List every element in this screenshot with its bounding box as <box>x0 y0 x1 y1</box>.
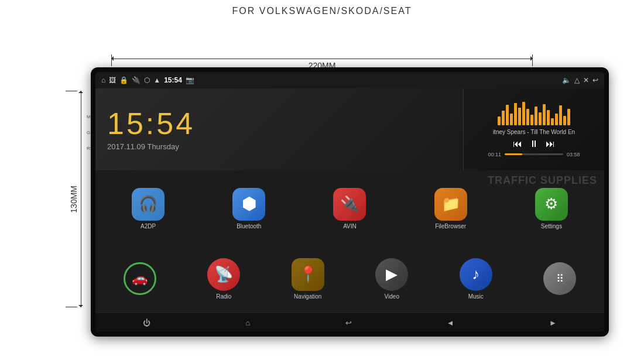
bluetooth-status-icon: ⬡ <box>144 76 150 84</box>
camera-icon: 📷 <box>186 76 194 84</box>
a2dp-icon: 🎧 <box>132 188 165 221</box>
page-title: FOR VOLKSWAGEN/SKODA/SEAT <box>0 0 644 16</box>
bar-5 <box>514 103 517 125</box>
play-pause-button[interactable]: ⏸ <box>529 139 539 149</box>
app-grid: 🎧 A2DP ⬢ Bluetooth 🔌 AVIN 📁 FileBrowser <box>95 170 604 313</box>
usb-icon: 🔌 <box>132 76 141 84</box>
music-icon: ♪ <box>460 258 492 291</box>
radio-label: Radio <box>216 293 231 300</box>
back-icon[interactable]: ↩ <box>345 318 352 327</box>
bar-16 <box>559 105 562 125</box>
app-row-2: 🚗 📡 Radio 📍 Navigation ▶ Video <box>98 245 602 312</box>
avin-label: AVIN <box>343 223 357 229</box>
avin-icon: 🔌 <box>333 188 366 221</box>
bluetooth-label: Bluetooth <box>237 223 261 229</box>
app-music[interactable]: ♪ Music <box>460 258 492 300</box>
filebrowser-icon: 📁 <box>434 188 467 221</box>
filebrowser-label: FileBrowser <box>435 223 466 229</box>
wifi-icon: ▲ <box>153 76 160 84</box>
app-more[interactable]: ⠿ <box>543 262 576 295</box>
next-nav-icon[interactable]: ► <box>549 318 557 327</box>
time-current: 00:11 <box>488 152 501 157</box>
bar-11 <box>539 112 542 125</box>
bar-2 <box>502 111 505 125</box>
main-area: 15:54 2017.11.09 Thursday <box>95 88 604 332</box>
time-total: 03:58 <box>567 152 580 157</box>
music-label: Music <box>468 293 484 300</box>
bar-15 <box>555 114 558 125</box>
lock-icon: 🔒 <box>119 76 128 84</box>
music-controls: ⏮ ⏸ ⏭ <box>513 139 555 149</box>
app-radio[interactable]: 📡 Radio <box>207 258 240 300</box>
bar-1 <box>498 116 501 125</box>
settings-icon: ⚙ <box>535 188 568 221</box>
app-navigation[interactable]: 📍 Navigation <box>292 258 324 300</box>
music-title: itney Spears - Till The World En <box>493 129 575 135</box>
settings-label: Settings <box>541 223 562 229</box>
bar-12 <box>543 104 546 125</box>
bar-10 <box>535 107 537 125</box>
app-row-1: 🎧 A2DP ⬢ Bluetooth 🔌 AVIN 📁 FileBrowser <box>98 175 602 242</box>
app-video[interactable]: ▶ Video <box>375 258 408 300</box>
music-progress: 00:11 03:58 <box>488 152 580 157</box>
prev-nav-icon[interactable]: ◄ <box>447 318 454 327</box>
bar-14 <box>551 118 554 125</box>
volume-icon[interactable]: 🔈 <box>562 76 571 84</box>
video-label: Video <box>385 293 399 300</box>
device-frame: ⌂ 🖼 🔒 🔌 ⬡ ▲ 15:54 📷 🔈 △ ✕ ↩ <box>91 67 609 337</box>
bar-9 <box>530 115 533 125</box>
progress-bar <box>505 153 563 155</box>
home-nav-icon[interactable]: ⌂ <box>245 318 250 327</box>
app-avin[interactable]: 🔌 AVIN <box>333 188 366 229</box>
android-icon: ↩ <box>592 76 598 84</box>
next-button[interactable]: ⏭ <box>546 139 555 149</box>
bar-6 <box>518 108 521 125</box>
status-bar: ⌂ 🖼 🔒 🔌 ⬡ ▲ 15:54 📷 🔈 △ ✕ ↩ <box>95 72 604 88</box>
top-section: 15:54 2017.11.09 Thursday <box>95 88 604 170</box>
bar-13 <box>547 110 550 125</box>
a2dp-label: A2DP <box>141 223 156 229</box>
screen: ⌂ 🖼 🔒 🔌 ⬡ ▲ 15:54 📷 🔈 △ ✕ ↩ <box>95 72 604 332</box>
radio-icon: 📡 <box>207 258 240 291</box>
music-bars <box>498 102 570 125</box>
bar-17 <box>563 116 566 125</box>
bar-3 <box>506 105 509 125</box>
progress-fill <box>505 153 522 155</box>
bottom-nav: ⏻ ⌂ ↩ ◄ ► <box>95 313 604 332</box>
prev-button[interactable]: ⏮ <box>513 139 522 149</box>
music-widget: itney Spears - Till The World En ⏮ ⏸ ⏭ 0… <box>464 88 604 170</box>
more-icon: ⠿ <box>543 262 576 295</box>
app-car[interactable]: 🚗 <box>124 262 156 295</box>
status-right: 🔈 △ ✕ ↩ <box>562 76 598 84</box>
car-icon: 🚗 <box>124 262 156 295</box>
eject-icon[interactable]: △ <box>574 76 580 84</box>
app-filebrowser[interactable]: 📁 FileBrowser <box>434 188 467 229</box>
video-icon: ▶ <box>375 258 408 291</box>
clock-time: 15:54 <box>107 108 463 139</box>
app-settings[interactable]: ⚙ Settings <box>535 188 568 229</box>
status-left: ⌂ 🖼 🔒 🔌 ⬡ ▲ 15:54 📷 <box>101 76 194 84</box>
bar-7 <box>522 102 525 125</box>
nav-icon: 📍 <box>292 258 324 291</box>
app-a2dp[interactable]: 🎧 A2DP <box>132 188 165 229</box>
home-icon[interactable]: ⌂ <box>101 76 105 84</box>
power-icon[interactable]: ⏻ <box>143 318 150 327</box>
bar-18 <box>567 109 570 125</box>
clock-date: 2017.11.09 Thursday <box>107 142 463 151</box>
status-time: 15:54 <box>164 76 182 84</box>
bar-4 <box>510 114 513 125</box>
bluetooth-icon: ⬢ <box>232 188 265 221</box>
clock-widget: 15:54 2017.11.09 Thursday <box>95 88 464 170</box>
dim-height: 130MM <box>69 91 81 307</box>
image-icon: 🖼 <box>109 76 116 84</box>
bar-8 <box>526 109 529 125</box>
app-bluetooth[interactable]: ⬢ Bluetooth <box>232 188 265 229</box>
close-icon[interactable]: ✕ <box>583 76 589 84</box>
nav-label: Navigation <box>294 293 321 300</box>
